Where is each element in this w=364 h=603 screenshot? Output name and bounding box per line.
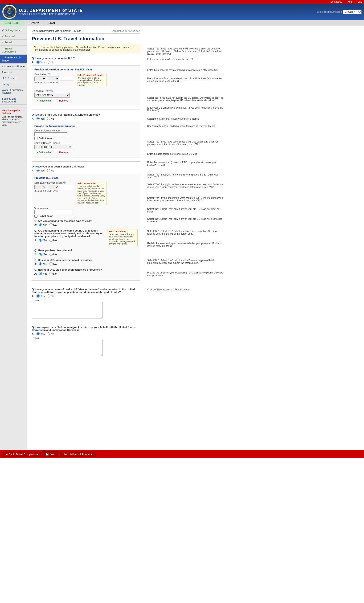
q1-yes-radio[interactable] [36,60,40,64]
date-arrived-year[interactable] [60,77,74,81]
license-number-input[interactable] [35,132,67,136]
q2-yes-label[interactable]: Yes [36,117,45,120]
q5-yes-radio[interactable] [36,332,40,336]
q1-no-label[interactable]: No [47,60,54,64]
q3-yes-label[interactable]: Yes [36,169,45,172]
sidebar-item-address-phone[interactable]: Address and Phone [0,64,27,70]
q3b-no-radio[interactable] [49,239,53,242]
length-info-icon[interactable]: ⓘ [50,89,53,93]
q3b-yes-label[interactable]: Yes [39,239,47,242]
help-link[interactable]: Help [348,0,352,3]
form-content: Online Nonimmigrant Visa Application (DS… [27,26,145,450]
q4-no-label[interactable]: No [47,294,54,298]
q3b-no-label[interactable]: No [49,239,57,242]
visa-date-info-icon[interactable]: ⓘ [63,181,66,185]
sidebar-item-personal[interactable]: ✓Personal [0,34,27,40]
add-another-visit-link[interactable]: + Add Another [37,99,52,102]
check-icon: ✓ [2,47,4,50]
q2-yes-radio[interactable] [36,117,40,120]
q4-yes-label[interactable]: Yes [36,294,45,298]
agency-logo: U.S. DEPT OF STATE [2,5,16,19]
date-arrived-day[interactable]: 010203 [35,77,46,81]
date-arrived-month[interactable]: JANFEBMAR [47,77,59,81]
q3c-yes-label[interactable]: Yes [39,253,47,256]
sidebar-help: Help: Navigation Buttons Click on the bu… [0,107,27,128]
visa-date-day[interactable]: 0102 [35,185,46,189]
q4-explain-textarea[interactable] [32,302,103,318]
sidebar-item-security[interactable]: Security and Background [0,96,27,104]
q5-explain-textarea[interactable] [32,340,103,356]
q3-no-radio[interactable] [47,169,50,172]
add-another-license-link[interactable]: + Add Another [37,151,52,154]
q3d-no-label[interactable]: No [49,262,57,266]
page-title: Previous U.S. Travel Information [32,36,140,41]
q2-no-radio[interactable] [47,117,50,120]
q4-yes-radio[interactable] [36,294,40,298]
tab-review[interactable]: REVIEW [24,20,44,26]
q3e-no-radio[interactable] [49,272,53,275]
sidebar-item-travel-companions[interactable]: ✓Travel Companions [0,46,27,55]
note-box: NOTE: Provide the following previous U.S… [32,44,140,53]
check-icon: ✓ [2,35,4,38]
question-immigrant-petition: Q: Has anyone ever filed an immigrant pe… [32,326,140,356]
q5-explain-group: Explain [32,337,140,356]
help-ten-printed: Help: Ten-printed Ten-printed means that… [107,229,138,246]
annotation-3: Enter the number of days or months of yo… [147,69,225,71]
q5-yes-label[interactable]: Yes [36,332,45,336]
nav-tabs: COMPLETE REVIEW SIGN [0,20,364,26]
q3d-yes-label[interactable]: Yes [39,262,47,266]
length-stay-group: Length of Stay ⓘ -SELECT ONE- Days Month… [35,89,70,97]
sidebar-item-getting-started[interactable]: ✓Getting Started [0,27,27,34]
sidebar-item-work-education[interactable]: Work / Education / Training [0,87,27,96]
remove-visit-link[interactable]: - Remove [58,99,68,102]
remove-license-link[interactable]: - Remove [58,151,68,154]
q1-no-radio[interactable] [47,60,50,64]
q3e-yes-radio[interactable] [39,272,42,275]
visa-date-year[interactable] [60,185,74,189]
q3d-yes-radio[interactable] [39,262,42,266]
state-license-select[interactable]: - SELECT ONE - ALAKAZCA COFLGANY TXWA [35,145,72,149]
q3-no-label[interactable]: No [47,169,54,172]
exit-link[interactable]: Exit [358,0,362,3]
q3a-no-radio[interactable] [49,223,53,226]
sidebar-item-us-contact[interactable]: U.S. Contact [0,75,27,81]
question-ten-printed: Q: Have you been ten-printed? A: Yes No [35,249,138,256]
question-refused-visa: Q: Have you ever been refused a U.S. Vis… [32,288,140,318]
date-info-icon[interactable]: ⓘ [48,73,50,76]
q3e-no-label[interactable]: No [49,272,57,275]
q5-no-radio[interactable] [47,332,50,336]
save-button[interactable]: 💾 Save [42,451,59,457]
question-us-visa: Q: Have you ever been issued a U.S. Visa… [32,165,140,280]
license-do-not-know-checkbox[interactable] [35,137,37,140]
sidebar-item-family[interactable]: Family [0,81,27,87]
q2-no-label[interactable]: No [47,117,54,120]
q3c-no-label[interactable]: No [49,253,57,256]
sidebar-item-previous-us-travel[interactable]: ✓Previous U.S. Travel [0,55,27,64]
q3c-yes-radio[interactable] [39,253,42,256]
next-button[interactable]: Next: Address & Phone ► [60,452,96,457]
language-select[interactable]: ENGLISH ESPAÑOL FRANÇAIS [343,10,362,14]
q3a-no-label[interactable]: No [49,223,57,226]
q4-no-radio[interactable] [47,294,50,298]
sidebar-item-passport[interactable]: Passport [0,70,27,75]
tab-complete[interactable]: COMPLETE [0,20,24,26]
q3-yes-radio[interactable] [36,169,40,172]
question-visa-cancelled: Q: Has your U.S. Visa ever been cancelle… [35,268,138,275]
length-stay-select[interactable]: -SELECT ONE- Days Months Years [35,93,70,97]
question-same-visa-type: Q: Are you applying for the same type of… [35,220,138,226]
q3c-no-radio[interactable] [49,253,53,256]
visa-do-not-know-checkbox[interactable] [35,215,37,218]
tab-sign[interactable]: SIGN [44,20,60,26]
back-button[interactable]: ◄ Back: Travel Companions [2,452,41,457]
visa-date-month[interactable]: JANFEB [47,185,59,189]
q3a-yes-radio[interactable] [39,223,42,226]
q1-yes-label[interactable]: Yes [36,60,45,64]
q3e-yes-label[interactable]: Yes [39,272,47,275]
visa-number-input[interactable] [35,210,72,214]
q5-no-label[interactable]: No [47,332,54,336]
contact-us-link[interactable]: Contact Us [330,0,342,3]
q3b-yes-radio[interactable] [39,239,42,242]
sidebar-item-travel[interactable]: ✓Travel [0,40,27,46]
q3a-yes-label[interactable]: Yes [39,223,47,226]
q3d-no-radio[interactable] [49,262,53,266]
